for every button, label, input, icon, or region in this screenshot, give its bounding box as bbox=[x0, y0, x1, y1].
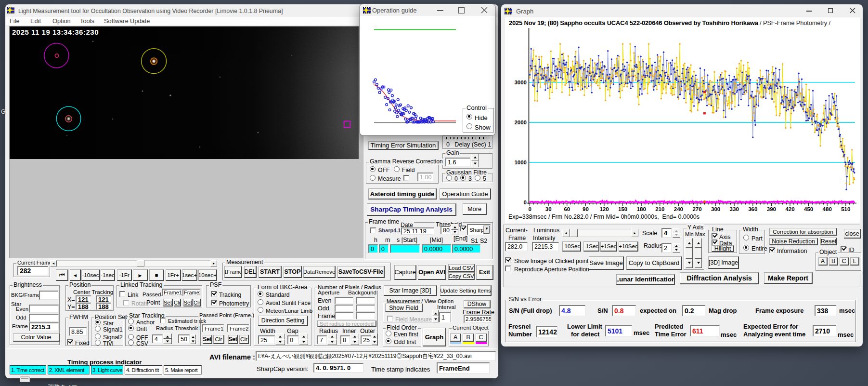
svg-text:270: 270 bbox=[692, 206, 701, 212]
svg-text:360: 360 bbox=[748, 206, 757, 212]
svg-text:180: 180 bbox=[637, 206, 646, 212]
svg-text:3000: 3000 bbox=[514, 80, 527, 85]
svg-text:510: 510 bbox=[841, 206, 850, 212]
svg-text:0: 0 bbox=[528, 206, 531, 212]
svg-text:150: 150 bbox=[618, 206, 627, 212]
svg-text:450: 450 bbox=[804, 206, 813, 212]
svg-text:390: 390 bbox=[767, 206, 776, 212]
svg-text:2000: 2000 bbox=[514, 120, 527, 125]
svg-text:300: 300 bbox=[711, 206, 720, 212]
svg-text:210: 210 bbox=[655, 206, 664, 212]
svg-text:90: 90 bbox=[583, 206, 589, 212]
svg-text:480: 480 bbox=[823, 206, 832, 212]
svg-text:1000: 1000 bbox=[514, 160, 527, 165]
svg-text:60: 60 bbox=[564, 206, 570, 212]
svg-text:420: 420 bbox=[785, 206, 794, 212]
svg-text:30: 30 bbox=[545, 206, 552, 212]
svg-text:330: 330 bbox=[730, 206, 739, 212]
svg-text:0: 0 bbox=[524, 200, 527, 205]
svg-text:240: 240 bbox=[674, 206, 683, 212]
svg-text:120: 120 bbox=[599, 206, 609, 212]
